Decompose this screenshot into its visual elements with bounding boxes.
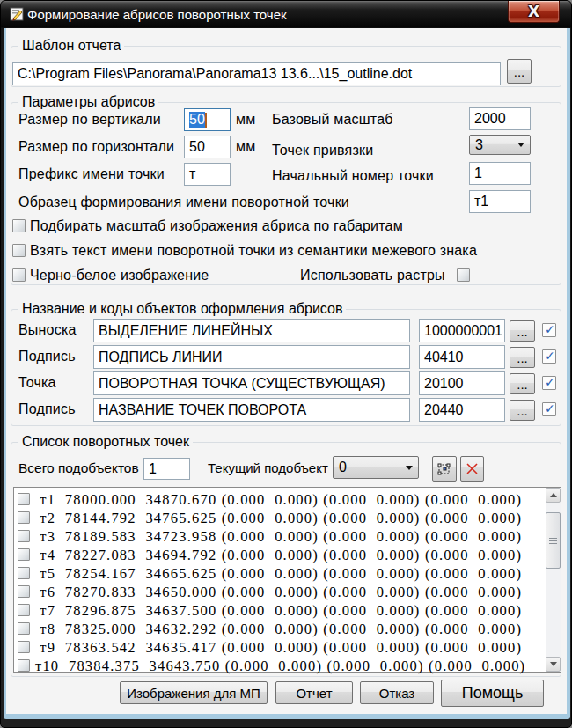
bw-image-label: Черно-белое изображение (30, 268, 209, 283)
take-name-checkbox[interactable] (12, 244, 26, 257)
object-code-value: 1000000001 (424, 323, 502, 339)
object-browse-button[interactable]: ... (510, 320, 535, 342)
point-checkbox[interactable] (18, 511, 30, 524)
report-button[interactable]: Отчет (275, 681, 353, 704)
point-checkbox[interactable] (18, 530, 30, 542)
object-name-input[interactable]: ВЫДЕЛЕНИЕ ЛИНЕЙНЫХ (93, 319, 410, 342)
template-browse-button[interactable]: ... (507, 59, 532, 84)
use-rasters-label: Использовать растры (300, 268, 445, 283)
object-enabled-checkbox[interactable] (542, 376, 556, 390)
list-item[interactable]: т6 78270.833 34650.000 (0.000 0.000) (0.… (14, 583, 561, 601)
delete-subobject-button[interactable] (460, 456, 484, 482)
base-scale-label: Базовый масштаб (272, 112, 393, 128)
list-item[interactable]: т9 78363.542 34635.417 (0.000 0.000) (0.… (14, 638, 561, 657)
object-name-input[interactable]: НАЗВАНИЕ ТОЧЕК ПОВОРОТА (93, 398, 410, 422)
point-checkbox[interactable] (18, 493, 30, 505)
object-row-label: Подпись (18, 401, 76, 417)
list-item[interactable]: т1 78000.000 34870.670 (0.000 0.000) (0.… (14, 490, 561, 509)
point-checkbox[interactable] (18, 622, 30, 635)
object-name-value: ПОДПИСЬ ЛИНИИ (99, 349, 222, 365)
subobject-map-button[interactable] (432, 456, 457, 482)
object-code-input[interactable]: 20440 (419, 398, 505, 422)
list-scrollbar[interactable] (546, 488, 561, 672)
mm-label-2: мм (236, 139, 255, 155)
object-code-input[interactable]: 1000000001 (419, 319, 505, 342)
app-icon (10, 7, 25, 22)
point-checkbox[interactable] (18, 659, 30, 672)
list-item[interactable]: т4 78227.083 34694.792 (0.000 0.000) (0.… (14, 546, 561, 564)
object-name-value: НАЗВАНИЕ ТОЧЕК ПОВОРОТА (99, 402, 306, 418)
list-item[interactable]: т8 78325.000 34632.292 (0.000 0.000) (0.… (14, 620, 561, 638)
points-list[interactable]: т1 78000.000 34870.670 (0.000 0.000) (0.… (13, 487, 561, 673)
list-item[interactable]: т10 78384.375 34643.750 (0.000 0.000) (0… (14, 657, 561, 675)
object-browse-button[interactable]: ... (510, 347, 535, 368)
object-enabled-checkbox[interactable] (542, 402, 556, 416)
object-name-input[interactable]: ПОВОРОТНАЯ ТОЧКА (СУЩЕСТВУЮЩАЯ) (93, 371, 410, 395)
group-params-title: Параметры абрисов (18, 94, 158, 110)
bw-image-checkbox[interactable] (12, 268, 26, 282)
help-button[interactable]: Помощь (441, 680, 544, 707)
anchor-points-value: 3 (475, 137, 483, 153)
close-icon: X (528, 4, 539, 19)
current-subobject-select[interactable]: 0 (333, 456, 419, 479)
window-title: Формирование абрисов поворотных точек (27, 7, 287, 22)
object-browse-button[interactable]: ... (510, 400, 535, 421)
total-subobjects-input[interactable]: 1 (143, 458, 190, 480)
point-row-text: т10 78384.375 34643.750 (0.000 0.000) (0… (35, 658, 525, 675)
scroll-down-button[interactable] (546, 657, 561, 672)
point-row-text: т9 78363.542 34635.417 (0.000 0.000) (0.… (35, 639, 522, 657)
object-name-input[interactable]: ПОДПИСЬ ЛИНИИ (93, 345, 410, 369)
fit-scale-checkbox[interactable] (12, 219, 26, 232)
images-for-mp-button[interactable]: Изображения для МП (120, 681, 268, 704)
chevron-down-icon (517, 143, 524, 147)
object-name-value: ВЫДЕЛЕНИЕ ЛИНЕЙНЫХ (99, 323, 273, 339)
sample-input[interactable]: т1 (469, 190, 531, 213)
close-button[interactable]: X (508, 1, 560, 23)
prefix-input[interactable]: т (184, 163, 231, 186)
point-checkbox[interactable] (18, 604, 30, 616)
anchor-points-label: Точек привязки (272, 143, 373, 158)
object-code-value: 20100 (424, 376, 464, 392)
chevron-down-icon (406, 466, 413, 470)
sample-value: т1 (474, 194, 488, 210)
point-row-text: т1 78000.000 34870.670 (0.000 0.000) (0.… (35, 491, 522, 509)
start-number-input[interactable]: 1 (469, 162, 531, 185)
object-name-value: ПОВОРОТНАЯ ТОЧКА (СУЩЕСТВУЮЩАЯ) (99, 376, 385, 392)
size-vertical-value: 50 (189, 112, 205, 128)
list-item[interactable]: т3 78189.583 34723.958 (0.000 0.000) (0.… (14, 527, 561, 546)
list-item[interactable]: т7 78296.875 34637.500 (0.000 0.000) (0.… (14, 601, 561, 620)
object-code-input[interactable]: 40410 (419, 345, 505, 369)
size-horizontal-input[interactable]: 50 (184, 136, 231, 158)
cancel-button[interactable]: Отказ (360, 681, 434, 704)
object-enabled-checkbox[interactable] (542, 323, 556, 337)
triangle-up-icon (550, 493, 557, 497)
object-enabled-checkbox[interactable] (542, 349, 556, 364)
list-item[interactable]: т2 78144.792 34765.625 (0.000 0.000) (0.… (14, 509, 561, 527)
point-checkbox[interactable] (18, 548, 30, 561)
point-checkbox[interactable] (18, 585, 30, 598)
use-rasters-checkbox[interactable] (457, 268, 470, 282)
total-subobjects-label: Всего подобъектов (18, 460, 139, 476)
base-scale-value: 2000 (474, 111, 506, 127)
object-browse-button[interactable]: ... (510, 373, 535, 394)
object-code-input[interactable]: 20100 (419, 371, 505, 395)
prefix-value: т (189, 166, 195, 182)
scroll-up-button[interactable] (546, 488, 561, 503)
current-subobject-label: Текущий подобъект (208, 460, 328, 475)
delete-x-icon (465, 461, 480, 476)
template-path-value: C:\Program Files\Panorama\Panorama13 13.… (18, 66, 412, 82)
base-scale-input[interactable]: 2000 (469, 107, 531, 130)
template-path-input[interactable]: C:\Program Files\Panorama\Panorama13 13.… (12, 62, 501, 85)
point-checkbox[interactable] (18, 567, 30, 579)
size-vertical-input[interactable]: 50 (184, 108, 231, 131)
fit-scale-label: Подбирать масштаб изображения абриса по … (30, 218, 403, 234)
point-row-text: т6 78270.833 34650.000 (0.000 0.000) (0.… (35, 584, 522, 601)
scrollbar-thumb[interactable] (546, 512, 561, 569)
triangle-down-icon (550, 662, 557, 666)
object-code-value: 40410 (424, 349, 464, 365)
current-subobject-value: 0 (339, 460, 347, 475)
anchor-points-select[interactable]: 3 (469, 135, 531, 155)
list-item[interactable]: т5 78254.167 34665.625 (0.000 0.000) (0.… (14, 564, 561, 583)
point-checkbox[interactable] (18, 641, 30, 653)
prefix-label: Префикс имени точки (18, 166, 165, 182)
